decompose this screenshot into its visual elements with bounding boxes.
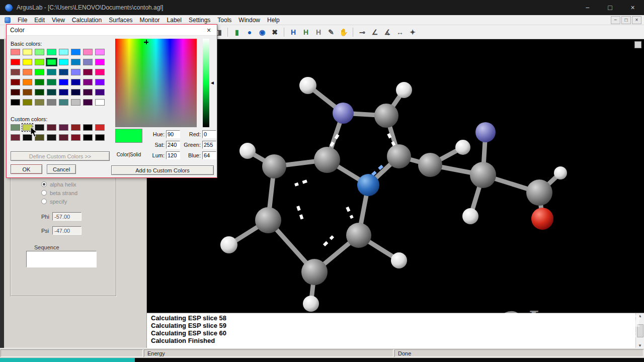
atom-C[interactable]: [526, 179, 552, 206]
atom-C[interactable]: [374, 104, 398, 128]
color-swatch[interactable]: [35, 69, 44, 75]
color-swatch[interactable]: [71, 59, 80, 65]
color-swatch[interactable]: [83, 69, 93, 75]
color-swatch[interactable]: [95, 89, 105, 96]
color-swatch[interactable]: [95, 124, 105, 131]
color-swatch[interactable]: [35, 134, 44, 141]
add-atom-icon[interactable]: ◉: [257, 27, 268, 38]
color-swatch[interactable]: [47, 69, 56, 75]
color-swatch[interactable]: [23, 124, 32, 131]
color-swatch[interactable]: [23, 89, 32, 96]
menu-view[interactable]: View: [48, 17, 68, 24]
luminance-arrow-icon[interactable]: ◄: [210, 80, 215, 85]
atom-C[interactable]: [262, 154, 286, 178]
color-swatch[interactable]: [23, 49, 32, 55]
red-field[interactable]: [202, 130, 216, 138]
psi-field[interactable]: [52, 226, 82, 235]
color-swatch[interactable]: [47, 124, 56, 131]
atom-H[interactable]: [220, 236, 237, 253]
atom-N[interactable]: [475, 122, 496, 142]
mdi-restore-icon[interactable]: □: [621, 16, 631, 24]
atom-N[interactable]: [357, 174, 379, 196]
color-dialog-titlebar[interactable]: Color ×: [7, 25, 217, 36]
color-swatch[interactable]: [23, 69, 32, 75]
log-scrollbar[interactable]: ▲ ▼: [635, 313, 644, 348]
color-swatch[interactable]: [23, 59, 32, 65]
atom-C[interactable]: [255, 207, 281, 233]
atom-C[interactable]: [314, 147, 340, 173]
color-swatch[interactable]: [47, 134, 56, 141]
bond-monitor-icon[interactable]: ⊸: [357, 27, 368, 38]
molecule-scene[interactable]: [147, 39, 644, 313]
atom-C[interactable]: [418, 153, 442, 177]
color-swatch[interactable]: [59, 89, 68, 96]
sequence-input[interactable]: [26, 251, 97, 267]
color-swatch[interactable]: [35, 79, 44, 85]
color-swatch[interactable]: [95, 99, 105, 106]
menu-tools[interactable]: Tools: [214, 17, 235, 24]
molecule-viewport[interactable]: [147, 39, 644, 313]
color-swatch[interactable]: [71, 99, 80, 106]
menu-help[interactable]: Help: [264, 17, 283, 24]
hue-field[interactable]: [166, 130, 180, 138]
color-swatch[interactable]: [71, 124, 80, 131]
ok-button[interactable]: OK: [11, 164, 42, 174]
phi-field[interactable]: [52, 212, 82, 221]
blue-field[interactable]: [202, 151, 216, 159]
atom-H[interactable]: [554, 166, 567, 179]
radio-alpha-helix[interactable]: alpha helix: [41, 180, 77, 189]
color-swatch[interactable]: [35, 59, 44, 65]
atom-C[interactable]: [301, 259, 328, 285]
color-swatch[interactable]: [59, 49, 68, 55]
atom-H[interactable]: [239, 143, 256, 159]
color-swatch[interactable]: [11, 134, 20, 141]
angle-monitor-icon[interactable]: ∠: [369, 27, 380, 38]
atom-O[interactable]: [531, 208, 553, 230]
color-swatch[interactable]: [35, 89, 44, 96]
color-swatch[interactable]: [11, 69, 20, 75]
atom-H[interactable]: [455, 140, 470, 155]
mdi-close-icon[interactable]: ×: [632, 16, 641, 24]
green-field[interactable]: [202, 141, 216, 149]
color-swatch[interactable]: [47, 89, 56, 96]
dihedral-monitor-icon[interactable]: ∡: [382, 27, 393, 38]
atom-C[interactable]: [346, 223, 371, 248]
close-icon[interactable]: ×: [621, 0, 644, 15]
atom-H[interactable]: [396, 82, 412, 98]
color-swatch[interactable]: [47, 49, 56, 55]
menu-surfaces[interactable]: Surfaces: [105, 17, 136, 24]
maximize-icon[interactable]: □: [599, 0, 621, 15]
color-swatch[interactable]: [83, 49, 93, 55]
cancel-button[interactable]: Cancel: [47, 164, 76, 174]
sat-field[interactable]: [166, 141, 180, 149]
edit-hydrogens-icon[interactable]: H: [300, 27, 311, 38]
color-swatch[interactable]: [95, 79, 105, 85]
color-swatch[interactable]: [71, 49, 80, 55]
color-swatch[interactable]: [95, 49, 105, 55]
atom-sphere-icon[interactable]: ●: [244, 27, 255, 38]
minimize-icon[interactable]: −: [576, 0, 599, 15]
color-swatch[interactable]: [59, 59, 68, 65]
menu-settings[interactable]: Settings: [185, 17, 214, 24]
define-custom-colors-button[interactable]: Define Custom Colors >>: [11, 151, 110, 161]
lum-field[interactable]: [166, 151, 180, 159]
color-swatch[interactable]: [11, 59, 20, 65]
menu-file[interactable]: File: [14, 17, 31, 24]
menu-monitor[interactable]: Monitor: [136, 17, 164, 24]
atom-H[interactable]: [462, 208, 478, 224]
color-swatch[interactable]: [83, 134, 93, 141]
color-swatch[interactable]: [23, 134, 32, 141]
color-swatch[interactable]: [59, 134, 68, 141]
atom-N[interactable]: [333, 103, 354, 124]
menu-edit[interactable]: Edit: [31, 17, 48, 24]
atom-H[interactable]: [391, 252, 407, 268]
color-swatch[interactable]: [47, 79, 56, 85]
planarize-icon[interactable]: ✦: [407, 27, 418, 38]
color-swatch[interactable]: [71, 134, 80, 141]
add-hydrogens-icon[interactable]: H: [288, 27, 299, 38]
color-swatch[interactable]: [95, 59, 105, 65]
hand-tool-icon[interactable]: ✋: [338, 27, 349, 38]
add-to-custom-colors-button[interactable]: Add to Custom Colors: [111, 165, 214, 175]
color-swatch[interactable]: [95, 134, 105, 141]
scroll-down-icon[interactable]: ▼: [638, 343, 642, 348]
